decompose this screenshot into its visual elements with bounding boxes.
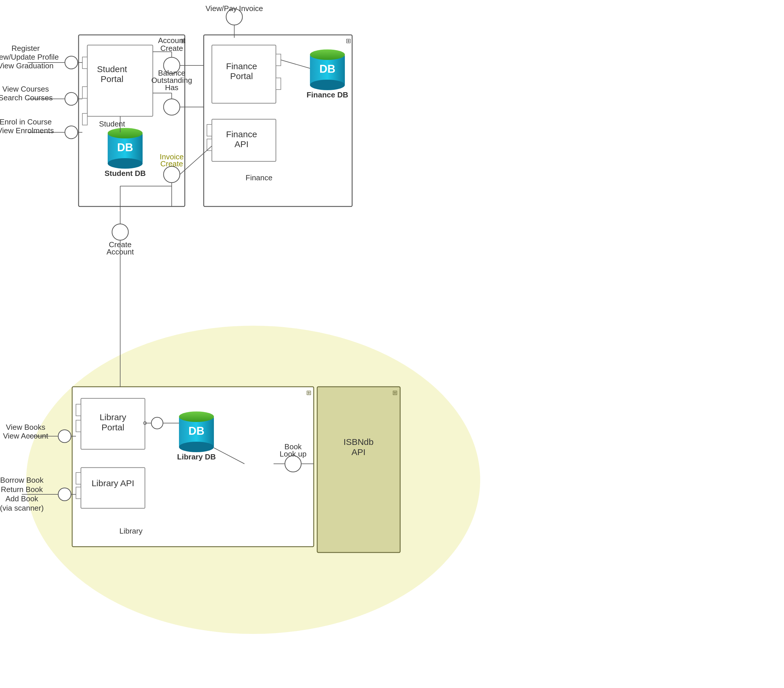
finance-api-label2: API xyxy=(235,139,249,149)
library-portal-right-circle xyxy=(152,417,163,429)
lib-actor-label6: (via scanner) xyxy=(0,504,44,512)
library-db-text: DB xyxy=(189,425,204,437)
finance-api-label1: Finance xyxy=(226,130,257,139)
student-db-bottom xyxy=(108,158,143,169)
library-portal-label2: Portal xyxy=(102,422,124,432)
student-portal-label: Student xyxy=(97,64,127,74)
sp-conn-1 xyxy=(82,57,87,69)
lib-actor-label1: View Books xyxy=(6,423,45,432)
fp-conn-2 xyxy=(276,78,281,90)
finance-container-icon: ⊞ xyxy=(346,37,351,44)
actor-label-viewgrad: View Graduation xyxy=(0,61,54,70)
lib-actor-label4: Return Book xyxy=(1,485,43,494)
fp-conn-1 xyxy=(276,54,281,66)
finance-db-text: DB xyxy=(320,63,336,75)
main-svg: ⊞ Student Portal Register View/Update Pr… xyxy=(0,0,784,688)
library-api-box xyxy=(81,468,145,508)
isbndb-container xyxy=(317,387,400,552)
finance-portal-label1: Finance xyxy=(226,61,257,71)
diagram-container: ⊞ Student Portal Register View/Update Pr… xyxy=(0,0,784,688)
student-portal-label2: Portal xyxy=(101,74,124,84)
has-balance-circle xyxy=(163,99,180,115)
library-db-top xyxy=(179,412,214,422)
library-label: Library xyxy=(119,527,142,535)
actor-label-viewcourses: View Courses xyxy=(2,85,49,94)
la-conn-2 xyxy=(76,487,81,499)
actor-label-viewenrol: View Enrolments xyxy=(0,126,54,135)
actor-label-register: Register xyxy=(12,44,40,53)
create-account-top-label2: Account xyxy=(158,36,186,45)
sp-conn-3 xyxy=(82,113,87,125)
lib-actor-label3: Borrow Book xyxy=(0,476,44,484)
sp-conn-2 xyxy=(82,87,87,98)
actor-circle-3 xyxy=(65,126,78,139)
create-account-lower-label2: Account xyxy=(107,248,134,256)
student-db-label: Student DB xyxy=(104,169,146,178)
lib-actor-label5: Add Book xyxy=(5,494,39,503)
fa-conn-1 xyxy=(207,125,212,136)
isbndb-container-icon: ⊞ xyxy=(392,389,397,396)
finance-portal-label2: Portal xyxy=(230,71,253,81)
actor-circle-2 xyxy=(65,92,78,105)
isbndb-api-label1: ISBNdb xyxy=(343,437,373,447)
actor-circle-lib1 xyxy=(58,430,71,443)
library-db-label: Library DB xyxy=(177,452,216,461)
finance-db-bottom xyxy=(310,80,345,90)
student-db-text: DB xyxy=(117,141,133,154)
actor-circle-lib2 xyxy=(58,488,71,501)
actor-circle-1 xyxy=(65,56,78,69)
lp-conn-1 xyxy=(76,404,81,416)
actor-label-viewupdate: View/Update Profile xyxy=(0,53,59,61)
library-portal-label1: Library xyxy=(99,412,126,422)
view-pay-invoice-label: View/Pay Invoice xyxy=(206,4,263,13)
lib-actor-label2: View Account xyxy=(3,432,48,440)
has-balance-label3: Balance xyxy=(158,69,185,77)
finance-db-top xyxy=(310,49,345,60)
fa-conn-2 xyxy=(207,139,212,151)
library-db-bottom xyxy=(179,442,214,452)
finance-label: Finance xyxy=(245,173,273,182)
student-db-top xyxy=(108,128,143,138)
create-account-top-label: Create xyxy=(160,44,183,53)
create-account-lower-circle xyxy=(112,224,128,240)
library-api-label1: Library API xyxy=(92,478,135,488)
create-invoice-circle xyxy=(163,166,180,182)
actor-label-searchcourses: Search Courses xyxy=(0,94,53,102)
lp-conn-2 xyxy=(76,420,81,432)
library-container-icon: ⊞ xyxy=(306,389,311,396)
create-invoice-label2: Invoice xyxy=(160,153,184,161)
finance-db-label: Finance DB xyxy=(306,90,348,99)
student-label: Student xyxy=(99,120,125,128)
la-conn-1 xyxy=(76,473,81,484)
look-up-book-label2: Book xyxy=(284,442,302,451)
actor-label-enrol: Enrol in Course xyxy=(0,118,52,126)
isbndb-api-label2: API xyxy=(352,447,366,457)
